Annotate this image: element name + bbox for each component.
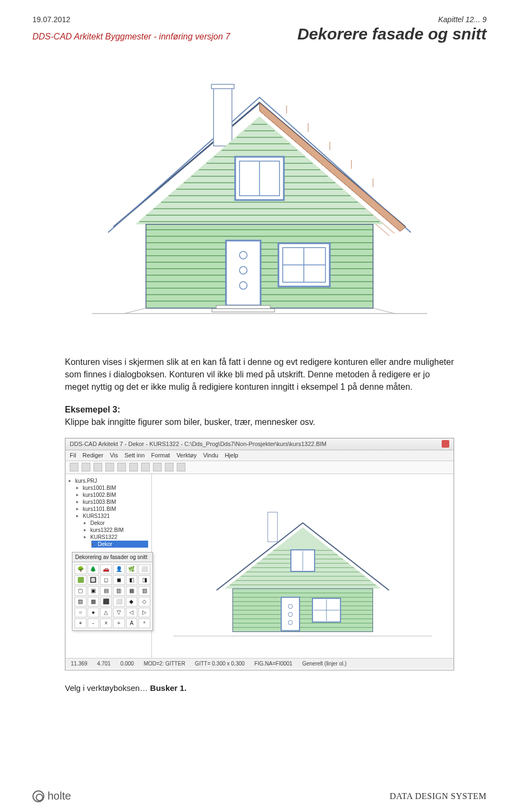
house-illustration-large (32, 59, 487, 341)
palette-icon[interactable]: ⬜ (113, 597, 125, 607)
palette-icon[interactable]: 🟩 (75, 575, 86, 585)
palette-icon[interactable]: ○ (75, 608, 86, 617)
menu-item[interactable]: Vis (110, 452, 118, 459)
svg-rect-80 (281, 597, 300, 631)
svg-rect-10 (211, 84, 234, 89)
toolbar (65, 461, 454, 474)
tree-item[interactable]: KURS1321 (76, 513, 148, 520)
palette-icon[interactable]: ▤ (100, 586, 112, 596)
palette-icon[interactable]: ◻ (100, 575, 112, 585)
decor-palette[interactable]: Dekorering av fasader og snitt 🌳🌲🚗👤🌿⬜🟩🔲◻… (72, 552, 153, 631)
palette-icon[interactable]: 🔲 (88, 575, 99, 585)
menu-bar: Fil Rediger Vis Sett inn Format Verktøy … (65, 450, 454, 461)
palette-icon[interactable]: - (88, 618, 99, 628)
toolbar-button[interactable] (129, 463, 138, 471)
instruction-bold: Busker 1. (150, 683, 187, 693)
holte-icon (32, 790, 44, 802)
toolbar-button[interactable] (117, 463, 126, 471)
svg-rect-44 (226, 241, 261, 305)
status-z: 0.000 (121, 661, 134, 667)
toolbar-button[interactable] (165, 463, 174, 471)
svg-line-55 (373, 308, 395, 314)
status-grid: GITT= 0.300 x 0.300 (195, 661, 245, 667)
page-title: Dekorere fasade og snitt (297, 25, 487, 43)
palette-icon[interactable]: ◧ (126, 575, 138, 585)
example-3-label: Eksemepel 3: (65, 405, 120, 414)
palette-icon[interactable]: ◁ (126, 608, 138, 617)
palette-icon[interactable]: 🚗 (100, 564, 112, 574)
drawing-canvas[interactable] (152, 474, 454, 658)
status-mode: MOD=2: GITTER (144, 661, 185, 667)
menu-item[interactable]: Verktøy (176, 452, 196, 459)
palette-title: Dekorering av fasader og snitt (72, 553, 152, 562)
palette-icon[interactable]: 🌲 (88, 564, 99, 574)
menu-item[interactable]: Format (151, 452, 170, 459)
palette-icon[interactable]: ◼ (113, 575, 125, 585)
palette-icon[interactable]: 👤 (113, 564, 125, 574)
palette-icon[interactable]: ▢ (75, 586, 86, 596)
palette-icon[interactable]: ▨ (75, 597, 86, 607)
palette-icon[interactable]: A (126, 618, 138, 628)
instruction-prefix: Velg i verktøyboksen… (65, 683, 150, 693)
toolbar-button[interactable] (153, 463, 162, 471)
status-y: 4.701 (97, 661, 111, 667)
menu-item[interactable]: Hjelp (225, 452, 238, 459)
toolbar-button[interactable] (70, 463, 78, 471)
svg-line-54 (124, 308, 146, 314)
palette-icon[interactable]: ⬜ (138, 564, 150, 574)
palette-icon[interactable]: ◇ (138, 597, 150, 607)
palette-icon[interactable]: △ (100, 608, 112, 617)
palette-icon[interactable]: ⬛ (100, 597, 112, 607)
menu-item[interactable]: Rediger (83, 452, 104, 459)
paragraph-1: Konturen vises i skjermen slik at en kan… (65, 356, 454, 394)
palette-icon[interactable]: ᵃ (138, 618, 150, 628)
svg-rect-67 (268, 512, 277, 542)
footer-left-text: holte (48, 790, 71, 802)
palette-icon[interactable]: ▽ (113, 608, 125, 617)
tree-item[interactable]: kurs1003.BIM (76, 498, 148, 505)
tree-root[interactable]: kurs.PRJ (69, 477, 148, 484)
svg-rect-53 (212, 309, 275, 312)
instruction-line: Velg i verktøyboksen… Busker 1. (65, 683, 487, 693)
palette-icon[interactable]: ● (88, 608, 99, 617)
status-bar: 11.369 4.701 0.000 MOD=2: GITTER GITT= 0… (65, 658, 454, 669)
tree-item-selected[interactable]: Dekor (91, 541, 148, 548)
toolbar-button[interactable] (94, 463, 102, 471)
tree-item[interactable]: KURS1322 (84, 534, 148, 541)
palette-icon[interactable]: ▷ (138, 608, 150, 617)
status-figna: FIG.NA=FI0001 (255, 661, 292, 667)
palette-icon[interactable]: ▦ (126, 586, 138, 596)
tree-item[interactable]: Dekor (84, 520, 148, 527)
page-date: 19.07.2012 (32, 15, 70, 24)
palette-icon[interactable]: 🌿 (126, 564, 138, 574)
toolbar-button[interactable] (141, 463, 150, 471)
palette-icon[interactable]: ▧ (138, 586, 150, 596)
tree-item[interactable]: kurs1101.BIM (76, 505, 148, 513)
close-icon[interactable] (442, 440, 449, 448)
toolbar-button[interactable] (105, 463, 114, 471)
app-screenshot: DDS-CAD Arkitekt 7 - Dekor - KURS1322 - … (65, 438, 454, 670)
status-x: 11.369 (71, 661, 88, 667)
palette-icon[interactable]: ÷ (113, 618, 125, 628)
palette-icon[interactable]: ◆ (126, 597, 138, 607)
product-line: DDS-CAD Arkitekt Byggmester - innføring … (32, 32, 230, 42)
palette-icon[interactable]: 🌳 (75, 564, 86, 574)
menu-item[interactable]: Vindu (203, 452, 218, 459)
menu-item[interactable]: Fil (70, 452, 76, 459)
toolbar-button[interactable] (177, 463, 185, 471)
tree-item[interactable]: kurs1001.BIM (76, 484, 148, 491)
footer-logo-right: DATA DESIGN SYSTEM (390, 791, 487, 801)
footer-logo-left: holte (32, 790, 71, 802)
palette-icon[interactable]: ▥ (113, 586, 125, 596)
status-layer: Generelt (linjer ol.) (302, 661, 347, 667)
palette-icon[interactable]: × (100, 618, 112, 628)
example-3-text: Klippe bak inngitte figurer som biler, b… (65, 417, 315, 427)
menu-item[interactable]: Sett inn (124, 452, 144, 459)
tree-item[interactable]: kurs1002.BIM (76, 491, 148, 498)
palette-icon[interactable]: ◨ (138, 575, 150, 585)
palette-icon[interactable]: ▩ (88, 597, 99, 607)
palette-icon[interactable]: ▣ (88, 586, 99, 596)
palette-icon[interactable]: + (75, 618, 86, 628)
tree-item[interactable]: kurs1322.BIM (84, 527, 148, 534)
toolbar-button[interactable] (82, 463, 90, 471)
